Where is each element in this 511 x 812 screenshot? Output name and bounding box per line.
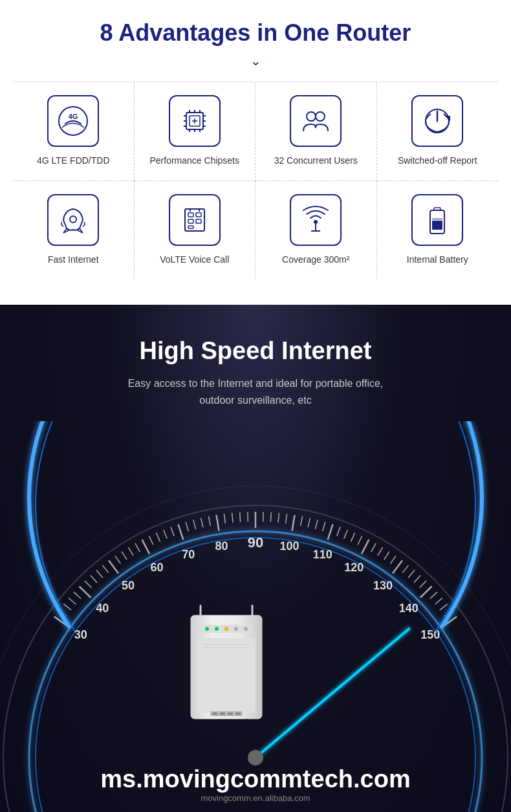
svg-line-68 <box>224 514 225 523</box>
advantage-label-coverage: Coverage 300m² <box>282 254 349 267</box>
svg-line-56 <box>135 543 140 552</box>
svg-line-62 <box>178 525 183 540</box>
advantage-label-volte: VoLTE Voice Call <box>160 254 229 267</box>
svg-line-80 <box>315 520 318 530</box>
advantage-item-coverage: Coverage 300m² <box>256 181 377 280</box>
svg-line-70 <box>240 512 241 522</box>
svg-line-66 <box>208 516 210 526</box>
svg-point-126 <box>234 627 238 631</box>
svg-line-99 <box>435 598 442 605</box>
speed-subtitle: Easy access to the Internet and ideal fo… <box>128 375 384 408</box>
svg-line-86 <box>358 536 362 545</box>
svg-rect-35 <box>434 208 440 210</box>
advantage-label-battery: Internal Battery <box>407 254 468 267</box>
chipset-icon-box <box>169 95 221 147</box>
svg-point-117 <box>248 750 263 765</box>
svg-rect-26 <box>188 219 193 223</box>
svg-text:80: 80 <box>215 540 228 553</box>
advantage-item-power: Switched-off Report <box>377 82 499 181</box>
advantage-label-rocket: Fast Internet <box>48 254 99 267</box>
advantages-section: 8 Advantages in One Router ⌄ 4G 4G LTE F… <box>0 0 511 305</box>
svg-point-125 <box>224 627 228 631</box>
router-device <box>181 602 272 734</box>
svg-line-46 <box>74 592 81 598</box>
svg-line-84 <box>344 530 348 539</box>
svg-line-95 <box>414 576 420 583</box>
speedometer-container: 30405060708090100110120130140150 <box>0 421 511 812</box>
svg-line-79 <box>308 518 310 528</box>
svg-point-22 <box>70 216 76 223</box>
svg-point-124 <box>215 627 219 631</box>
svg-text:50: 50 <box>122 580 135 593</box>
speed-title: High Speed Internet <box>128 337 384 365</box>
chevron-down-icon: ⌄ <box>13 53 498 69</box>
speed-section: High Speed Internet Easy access to the I… <box>0 305 511 812</box>
svg-text:100: 100 <box>280 540 299 553</box>
svg-line-60 <box>164 530 168 539</box>
advantage-label-4g-lte: 4G LTE FDD/TDD <box>37 155 110 168</box>
advantage-label-users: 32 Concurrent Users <box>274 155 358 168</box>
svg-line-55 <box>128 547 133 556</box>
wifi-icon <box>299 204 332 236</box>
svg-text:140: 140 <box>399 602 419 615</box>
svg-line-76 <box>286 514 287 523</box>
users-icon <box>299 105 332 137</box>
svg-rect-134 <box>228 712 233 715</box>
svg-text:120: 120 <box>344 562 364 575</box>
advantages-grid: 4G 4G LTE FDD/TDD <box>13 82 498 279</box>
svg-line-57 <box>142 540 150 554</box>
svg-rect-25 <box>196 213 201 217</box>
svg-line-93 <box>402 565 408 573</box>
advantage-item-battery: Internal Battery <box>377 181 499 280</box>
advantage-label-power: Switched-off Report <box>398 155 477 168</box>
svg-rect-132 <box>212 712 217 715</box>
power-icon <box>421 105 453 137</box>
svg-point-18 <box>307 112 316 121</box>
svg-line-50 <box>96 571 103 578</box>
svg-line-53 <box>115 556 121 564</box>
phone-icon <box>179 204 211 236</box>
svg-rect-24 <box>188 213 193 217</box>
chip-icon <box>179 105 211 137</box>
domain-container: ms.movingcommtech.com movingcomm.en.alib… <box>0 765 511 803</box>
svg-line-75 <box>278 513 279 523</box>
svg-rect-27 <box>196 219 201 223</box>
svg-line-65 <box>201 518 203 528</box>
advantage-item-users: 32 Concurrent Users <box>256 82 377 181</box>
advantage-item-chipset: Performance Chipsets <box>135 82 256 181</box>
svg-line-87 <box>362 540 369 554</box>
svg-point-31 <box>314 220 318 224</box>
svg-rect-133 <box>220 712 225 715</box>
svg-line-69 <box>232 513 233 523</box>
svg-rect-37 <box>432 218 442 220</box>
svg-point-123 <box>205 627 209 631</box>
svg-line-85 <box>351 533 354 542</box>
svg-line-100 <box>440 604 448 610</box>
svg-line-98 <box>430 592 437 598</box>
svg-line-44 <box>63 604 71 610</box>
advantages-title: 8 Advantages in One Router <box>13 19 498 47</box>
svg-line-45 <box>69 598 76 605</box>
svg-line-49 <box>91 576 97 583</box>
advantage-item-volte: VoLTE Voice Call <box>135 181 256 280</box>
svg-line-52 <box>109 561 118 574</box>
svg-line-92 <box>393 561 402 574</box>
svg-line-58 <box>149 536 153 545</box>
battery-icon-box <box>411 194 463 246</box>
svg-line-74 <box>270 512 271 522</box>
router-svg <box>181 602 272 732</box>
svg-text:90: 90 <box>248 534 263 551</box>
svg-line-82 <box>328 525 333 540</box>
svg-text:130: 130 <box>373 580 393 593</box>
domain-text: ms.movingcommtech.com <box>0 765 511 793</box>
domain-subtext: movingcomm.en.alibaba.com <box>0 793 511 803</box>
svg-line-91 <box>390 556 396 564</box>
svg-line-51 <box>102 565 108 573</box>
svg-text:110: 110 <box>313 548 332 561</box>
svg-line-116 <box>256 629 409 758</box>
svg-text:60: 60 <box>151 562 164 575</box>
4g-lte-icon-box: 4G <box>47 95 99 147</box>
svg-text:30: 30 <box>74 628 87 641</box>
svg-line-64 <box>193 520 196 530</box>
svg-rect-28 <box>188 226 193 228</box>
